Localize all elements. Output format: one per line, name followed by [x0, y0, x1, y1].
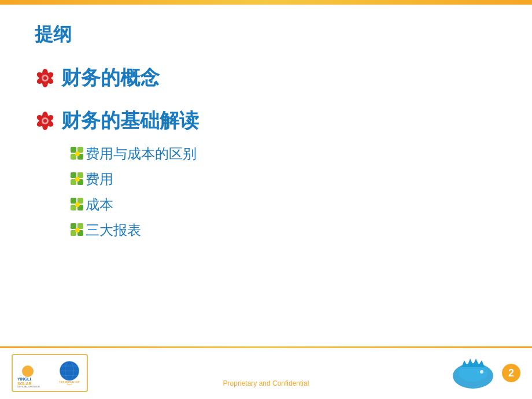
bottom-area: YINGLI SOLAR OFFICIAL SPONSOR FIFA WORLD… — [0, 347, 532, 399]
sub-bullet4-text: 三大报表 — [86, 221, 141, 239]
svg-point-53 — [480, 370, 483, 374]
svg-point-38 — [22, 365, 34, 377]
sub-bullet2-text: 费用 — [86, 170, 113, 189]
yingli-solar-svg: YINGLI SOLAR OFFICIAL SPONSOR — [16, 359, 51, 387]
main-content: 提纲 财务的概念 — [0, 5, 532, 347]
fifa-globe-svg: FIFA WORLD CUP Brasil — [56, 359, 83, 387]
svg-point-27 — [75, 177, 80, 182]
svg-text:Brasil: Brasil — [66, 383, 72, 386]
svg-rect-23 — [71, 172, 76, 178]
bullet2-text: 财务的基础解读 — [61, 108, 199, 134]
svg-text:YINGLI: YINGLI — [17, 377, 31, 381]
bullet-level1-item2: 财务的基础解读 — [35, 108, 497, 134]
bullet-level2-item3: 成本 — [69, 195, 497, 214]
slide: 提纲 财务的概念 — [0, 0, 532, 399]
spiral-icon-2 — [35, 110, 56, 131]
slide-title: 提纲 — [35, 22, 497, 47]
svg-rect-18 — [71, 147, 76, 153]
svg-rect-28 — [71, 198, 76, 204]
svg-marker-52 — [461, 359, 485, 367]
puzzle-icon-3 — [69, 197, 86, 213]
bullet1-text: 财务的概念 — [61, 65, 160, 91]
svg-point-17 — [43, 119, 47, 123]
bullet-level2-item2: 费用 — [69, 170, 497, 189]
fifa-logo: FIFA WORLD CUP Brasil — [56, 359, 83, 387]
bullet-level2-container: 费用与成本的区别 费用 — [69, 145, 497, 239]
svg-point-37 — [75, 228, 80, 232]
bullet-level1-item1: 财务的概念 — [35, 65, 497, 91]
spiral-icon-1 — [35, 68, 56, 88]
confidential-text: Proprietary and Confidential — [223, 379, 309, 387]
sub-bullet1-text: 费用与成本的区别 — [86, 145, 197, 163]
page-number: 2 — [502, 364, 520, 382]
svg-text:FIFA WORLD CUP: FIFA WORLD CUP — [59, 380, 80, 383]
bullet-level2-item1: 费用与成本的区别 — [69, 145, 497, 163]
bullet-level2-item4: 三大报表 — [69, 221, 497, 239]
logo-area: YINGLI SOLAR OFFICIAL SPONSOR FIFA WORLD… — [12, 354, 88, 392]
bottom-right: 2 — [450, 356, 520, 390]
svg-point-22 — [75, 152, 80, 156]
svg-point-8 — [43, 76, 47, 80]
decorative-fish-icon — [450, 356, 496, 390]
puzzle-icon-4 — [69, 222, 86, 238]
sub-bullet3-text: 成本 — [86, 195, 113, 214]
yingli-logo: YINGLI SOLAR OFFICIAL SPONSOR — [16, 359, 51, 387]
puzzle-icon-2 — [69, 171, 86, 187]
svg-text:OFFICIAL SPONSOR: OFFICIAL SPONSOR — [17, 385, 40, 387]
svg-rect-33 — [71, 223, 76, 229]
puzzle-icon-1 — [69, 146, 86, 162]
top-bar — [0, 0, 532, 5]
svg-point-32 — [75, 202, 80, 207]
